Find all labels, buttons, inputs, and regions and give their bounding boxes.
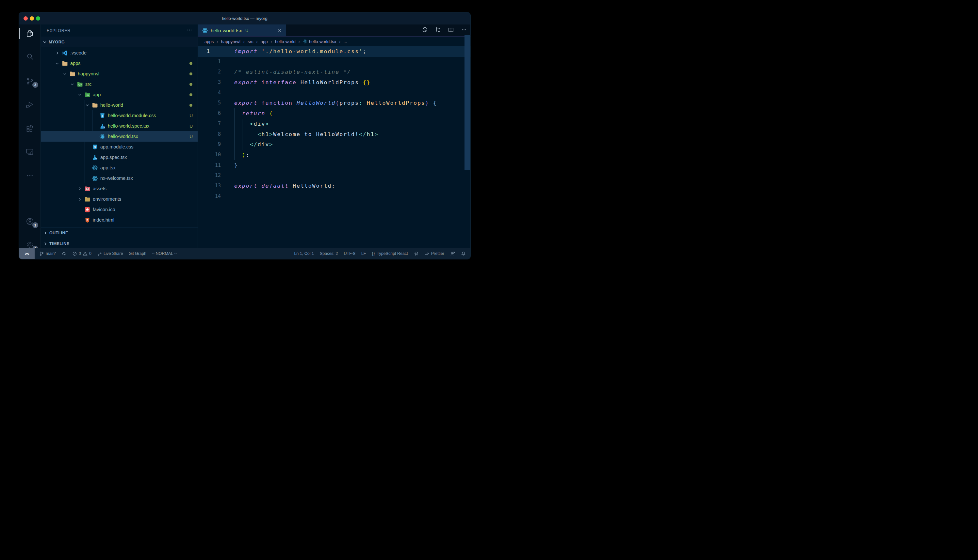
workspace-section-myorg[interactable]: MYORG	[41, 37, 197, 47]
outline-section[interactable]: OUTLINE	[41, 227, 197, 238]
tree-item-favicon.ico[interactable]: favicon.ico	[41, 204, 197, 215]
error-count-icon	[72, 251, 77, 256]
status-git-graph[interactable]: Git Graph	[129, 251, 146, 256]
code-token: return	[242, 110, 266, 117]
code-line-11[interactable]: 10 );	[198, 150, 470, 160]
tree-item-hello-world.spec.tsx[interactable]: TShello-world.spec.tsxU	[41, 121, 197, 131]
breadcrumb-hello-world[interactable]: hello-world	[275, 39, 296, 44]
more-views-icon[interactable]	[19, 168, 40, 183]
tree-item-app.module.css[interactable]: 3app.module.css	[41, 142, 197, 152]
status-bar: >< main* 0 0 Live Share	[19, 248, 470, 259]
line-number: 1	[198, 57, 221, 67]
code-line-4[interactable]: 3export interface HelloWorldProps {}	[198, 77, 470, 88]
breadcrumb-hello-world.tsx[interactable]: hello-world.tsx	[303, 39, 336, 44]
search-icon[interactable]	[19, 48, 40, 64]
code-line-3[interactable]: 2/* eslint-disable-next-line */	[198, 67, 470, 77]
svg-text:3: 3	[94, 145, 96, 148]
breadcrumb-happynrwl[interactable]: happynrwl	[221, 39, 241, 44]
breadcrumb-src[interactable]: src	[247, 39, 253, 44]
status-cursor-position[interactable]: Ln 1, Col 1	[294, 251, 314, 256]
chevron-down-icon	[42, 40, 47, 45]
git-modified-dot	[189, 62, 192, 65]
status-notifications[interactable]	[461, 251, 466, 256]
breadcrumb-apps[interactable]: apps	[204, 39, 214, 44]
code-line-1[interactable]: 1import './hello-world.module.css';	[198, 46, 470, 57]
tree-item-nx-welcome.tsx[interactable]: nx-welcome.tsx	[41, 173, 197, 183]
source-control-icon[interactable]: 3	[19, 73, 40, 89]
line-number: 1	[198, 46, 210, 57]
tree-item-src[interactable]: </>src	[41, 79, 197, 89]
tree-item-hello-world.tsx[interactable]: hello-world.tsxU	[41, 131, 197, 142]
split-editor-icon[interactable]	[448, 27, 454, 34]
code-line-14[interactable]: 13export default HelloWorld;	[198, 181, 470, 191]
status-encoding[interactable]: UTF-8	[344, 251, 355, 256]
tree-item-happynrwl[interactable]: happynrwl	[41, 68, 197, 79]
git-modified-dot	[189, 72, 192, 75]
open-changes-icon[interactable]	[435, 27, 441, 34]
tree-item-app.spec.tsx[interactable]: TSapp.spec.tsx	[41, 152, 197, 163]
status-sync[interactable]	[62, 251, 67, 256]
error-count: 0	[79, 251, 81, 256]
status-prettier[interactable]: Prettier	[425, 251, 444, 256]
status-feedback[interactable]	[450, 251, 455, 256]
tree-item-label: happynrwl	[78, 71, 99, 77]
code-line-8[interactable]: 7 <div>	[198, 119, 470, 129]
tree-item-environments[interactable]: environments	[41, 194, 197, 204]
status-vim-mode: -- NORMAL --	[152, 251, 177, 256]
status-octoface[interactable]	[414, 251, 419, 256]
scrollbar-thumb[interactable]	[465, 35, 470, 170]
explorer-icon[interactable]	[19, 26, 40, 42]
tab-hello-world-tsx[interactable]: hello-world.tsx U	[198, 25, 286, 36]
tree-item-apps[interactable]: apps	[41, 58, 197, 68]
code-line-9[interactable]: 8 <h1>Welcome to HelloWorld!</h1>	[198, 129, 470, 140]
timeline-section[interactable]: TIMELINE	[41, 238, 197, 249]
code-line-10[interactable]: 9 </div>	[198, 139, 470, 150]
tree-item-hello-world[interactable]: hello-world	[41, 100, 197, 110]
run-debug-icon[interactable]	[19, 97, 40, 112]
status-language-mode[interactable]: {} TypeScript React	[372, 251, 408, 256]
code-line-12[interactable]: 11}	[198, 160, 470, 171]
code-line-15[interactable]: 14	[198, 191, 470, 202]
close-window-button[interactable]	[23, 16, 28, 20]
minimize-window-button[interactable]	[30, 16, 34, 20]
breadcrumb-...[interactable]: ...	[344, 39, 347, 44]
code-area[interactable]: 1import './hello-world.module.css';12/* …	[198, 46, 470, 248]
status-eol[interactable]: LF	[361, 251, 366, 256]
tree-item-label: hello-world.module.css	[108, 113, 156, 118]
extensions-icon[interactable]	[19, 121, 40, 137]
tree-item-index.html[interactable]: 5index.html	[41, 215, 197, 225]
git-modified-dot	[189, 93, 192, 96]
status-branch[interactable]: main*	[39, 251, 56, 256]
accounts-icon[interactable]: 1	[19, 213, 40, 229]
breadcrumb-app[interactable]: app	[261, 39, 268, 44]
zoom-window-button[interactable]	[36, 16, 40, 20]
tree-item-label: app.tsx	[100, 165, 115, 170]
more-actions-icon[interactable]	[461, 27, 467, 34]
code-line-5[interactable]: 4	[198, 88, 470, 98]
code-line-13[interactable]: 12	[198, 170, 470, 181]
code-token: div	[254, 121, 266, 127]
status-live-share[interactable]: Live Share	[97, 251, 123, 256]
status-right: Ln 1, Col 1 Spaces: 2 UTF-8 LF {} TypeSc…	[294, 251, 466, 256]
status-indentation[interactable]: Spaces: 2	[320, 251, 338, 256]
code-token	[258, 48, 262, 55]
line-number: 8	[198, 129, 221, 140]
tree-item-.vscode[interactable]: .vscode	[41, 48, 197, 58]
source-control-badge: 3	[32, 82, 38, 88]
code-line-6[interactable]: 5export function HelloWorld(props: Hello…	[198, 98, 470, 108]
code-line-7[interactable]: 6 return (	[198, 108, 470, 119]
explorer-more-actions-icon[interactable]	[187, 27, 192, 34]
tree-item-app[interactable]: app	[41, 89, 197, 100]
close-tab-icon[interactable]	[278, 28, 282, 33]
status-problems[interactable]: 0 0	[72, 251, 92, 256]
remote-indicator[interactable]: ><	[19, 248, 35, 259]
code-line-2[interactable]: 1	[198, 57, 470, 67]
remote-explorer-icon[interactable]	[19, 144, 40, 160]
language-label: TypeScript React	[377, 251, 408, 256]
tree-item-app.tsx[interactable]: app.tsx	[41, 163, 197, 173]
timeline-history-icon[interactable]	[422, 27, 428, 34]
tree-item-hello-world.module.css[interactable]: 3hello-world.module.cssU	[41, 110, 197, 121]
test-icon: TS	[92, 154, 98, 160]
code-token: <	[250, 121, 254, 127]
tree-item-assets[interactable]: assets	[41, 183, 197, 194]
